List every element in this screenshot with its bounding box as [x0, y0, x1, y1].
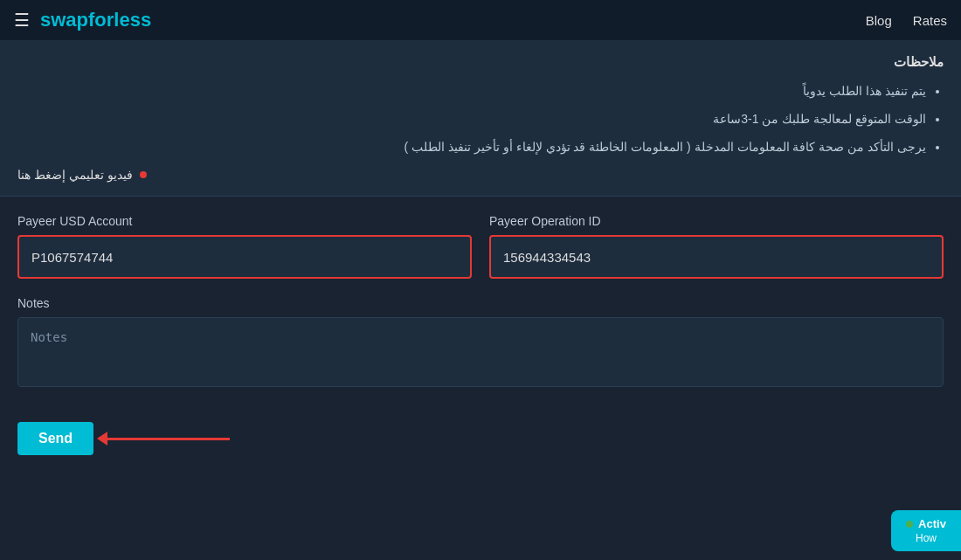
arrow-head-icon	[97, 432, 107, 446]
form-row-accounts: Payeer USD Account Payeer Operation ID	[17, 214, 944, 279]
note-item-3: يرجى التأكد من صحة كافة المعلومات المدخل…	[17, 135, 926, 159]
chat-widget[interactable]: Activ How	[891, 510, 961, 551]
green-dot-icon	[906, 521, 913, 528]
operation-id-group: Payeer Operation ID	[489, 214, 944, 279]
notes-textarea[interactable]	[17, 317, 944, 387]
form-area: Payeer USD Account Payeer Operation ID N…	[0, 197, 961, 415]
payeer-account-input[interactable]	[17, 235, 472, 279]
payeer-account-group: Payeer USD Account	[17, 214, 472, 279]
navbar-right: Blog Rates	[866, 13, 947, 28]
operation-id-input[interactable]	[489, 235, 944, 279]
navbar-left: ☰ swapforless	[14, 9, 151, 31]
hamburger-icon[interactable]: ☰	[14, 10, 30, 31]
chat-widget-label: How	[916, 532, 937, 544]
tutorial-link[interactable]: فيديو تعليمي إضغط هنا	[17, 168, 944, 182]
brand-logo[interactable]: swapforless	[40, 9, 151, 31]
rates-link[interactable]: Rates	[913, 13, 947, 28]
red-dot-icon	[140, 171, 147, 178]
send-button[interactable]: Send	[17, 422, 93, 455]
payeer-account-label: Payeer USD Account	[17, 214, 472, 228]
chat-widget-status: Activ	[918, 517, 946, 530]
notes-list: يتم تنفيذ هذا الطلب يدوياً الوقت المتوقع…	[17, 79, 944, 159]
notes-title: ملاحظات	[17, 54, 944, 70]
note-item-1: يتم تنفيذ هذا الطلب يدوياً	[17, 79, 926, 103]
operation-id-label: Payeer Operation ID	[489, 214, 944, 228]
navbar: ☰ swapforless Blog Rates	[0, 0, 961, 40]
blog-link[interactable]: Blog	[866, 13, 892, 28]
button-area: Send	[0, 415, 961, 462]
notes-group: Notes	[17, 296, 944, 387]
notes-label: Notes	[17, 296, 944, 310]
note-item-2: الوقت المتوقع لمعالجة طلبك من 1-3ساعة	[17, 107, 926, 131]
arrow-line	[107, 438, 230, 440]
chat-widget-top: Activ	[906, 517, 946, 530]
notes-section: ملاحظات يتم تنفيذ هذا الطلب يدوياً الوقت…	[0, 40, 961, 197]
tutorial-anchor[interactable]: فيديو تعليمي إضغط هنا	[17, 168, 133, 182]
arrow-container	[107, 438, 230, 440]
